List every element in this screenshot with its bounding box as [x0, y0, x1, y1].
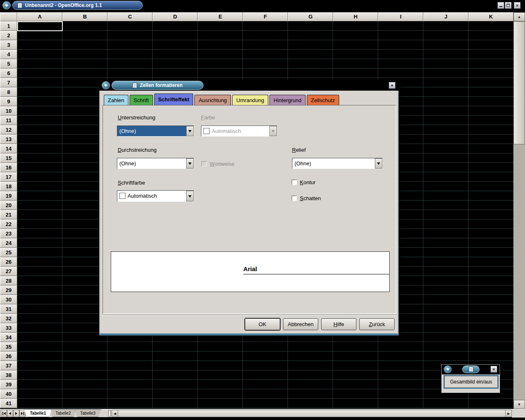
row-header-12[interactable]: 12	[0, 125, 17, 135]
sheet-tab-tabelle3[interactable]: Tabelle3	[75, 409, 101, 417]
tab-hintergrund[interactable]: Hintergrund	[269, 95, 306, 105]
row-header-25[interactable]: 25	[0, 248, 17, 257]
sheet-nav-prev-button[interactable]	[7, 410, 13, 417]
row-header-21[interactable]: 21	[0, 210, 17, 219]
row-header-18[interactable]: 18	[0, 182, 17, 191]
scroll-up-button[interactable]: ▲	[514, 12, 525, 21]
toolbox-close-button[interactable]: ×	[491, 366, 497, 372]
underline-select[interactable]: (Ohne)	[117, 126, 194, 137]
row-header-30[interactable]: 30	[0, 295, 17, 304]
zurck-button[interactable]: Zurück	[359, 318, 395, 330]
relief-select[interactable]: (Ohne)	[292, 158, 383, 169]
row-header-17[interactable]: 17	[0, 172, 17, 182]
toolbox-menu-button[interactable]	[444, 365, 452, 373]
fullscreen-toggle-button[interactable]: Gesamtbild ein/aus	[444, 376, 498, 388]
row-header-40[interactable]: 40	[0, 389, 17, 399]
row-header-4[interactable]: 4	[0, 50, 17, 59]
column-header-b[interactable]: B	[62, 12, 107, 21]
vertical-scrollbar-thumb[interactable]	[514, 21, 525, 144]
row-header-36[interactable]: 36	[0, 352, 17, 361]
row-header-19[interactable]: 19	[0, 191, 17, 201]
horizontal-scrollbar[interactable]: ◀ ▶	[112, 410, 512, 417]
relief-dropdown-button[interactable]	[375, 158, 382, 169]
column-header-a[interactable]: A	[17, 12, 62, 21]
select-all-corner[interactable]	[0, 12, 17, 21]
tab-ausrichtung[interactable]: Ausrichtung	[194, 95, 231, 105]
underline-dropdown-button[interactable]	[186, 126, 194, 136]
row-header-34[interactable]: 34	[0, 333, 17, 342]
window-menu-button[interactable]	[2, 1, 11, 9]
column-header-i[interactable]: I	[378, 12, 423, 21]
row-header-23[interactable]: 23	[0, 229, 17, 238]
row-header-6[interactable]: 6	[0, 68, 17, 78]
shadow-checkbox[interactable]: Schatten	[292, 195, 321, 201]
row-header-3[interactable]: 3	[0, 40, 17, 50]
column-header-j[interactable]: J	[423, 12, 468, 21]
row-header-33[interactable]: 33	[0, 323, 17, 333]
row-header-5[interactable]: 5	[0, 59, 17, 68]
ok-button[interactable]: OK	[245, 318, 280, 330]
minimize-button[interactable]	[498, 2, 504, 9]
dialog-menu-button[interactable]	[102, 81, 110, 89]
column-header-g[interactable]: G	[288, 12, 333, 21]
row-header-32[interactable]: 32	[0, 314, 17, 323]
row-header-22[interactable]: 22	[0, 219, 17, 229]
tab-umrandung[interactable]: Umrandung	[232, 95, 268, 105]
row-header-37[interactable]: 37	[0, 361, 17, 370]
row-header-39[interactable]: 39	[0, 380, 17, 389]
sheet-nav-next-button[interactable]	[13, 410, 19, 417]
tab-zellschutz[interactable]: Zellschutz	[307, 95, 339, 105]
sheet-nav-last-button[interactable]	[19, 410, 25, 417]
row-header-1[interactable]: 1	[0, 21, 17, 31]
sheet-tab-tabelle2[interactable]: Tabelle2	[50, 409, 76, 417]
row-header-7[interactable]: 7	[0, 78, 17, 87]
selected-cell[interactable]	[17, 21, 63, 31]
outline-checkbox[interactable]: Kontur	[292, 179, 315, 185]
row-header-20[interactable]: 20	[0, 201, 17, 210]
tab-schrifteffekt[interactable]: Schrifteffekt	[154, 94, 194, 105]
row-header-28[interactable]: 28	[0, 276, 17, 285]
row-header-15[interactable]: 15	[0, 153, 17, 163]
tab-scrollbar-splitter[interactable]	[108, 410, 111, 417]
row-header-26[interactable]: 26	[0, 257, 17, 267]
scroll-left-button[interactable]: ◀	[112, 410, 118, 417]
row-header-27[interactable]: 27	[0, 267, 17, 276]
column-header-d[interactable]: D	[153, 12, 198, 21]
row-header-13[interactable]: 13	[0, 135, 17, 144]
font-color-dropdown-button[interactable]	[186, 191, 194, 201]
strikethrough-select[interactable]: (Ohne)	[117, 158, 194, 169]
row-header-41[interactable]: 41	[0, 399, 17, 408]
maximize-button[interactable]	[505, 2, 511, 9]
abbrechen-button[interactable]: Abbrechen	[283, 318, 318, 330]
tab-zahlen[interactable]: Zahlen	[104, 95, 128, 105]
column-header-k[interactable]: K	[468, 12, 514, 21]
row-header-11[interactable]: 11	[0, 116, 17, 125]
row-header-38[interactable]: 38	[0, 370, 17, 380]
horizontal-scrollbar-thumb[interactable]	[118, 410, 505, 417]
column-header-e[interactable]: E	[198, 12, 243, 21]
row-header-9[interactable]: 9	[0, 97, 17, 106]
column-header-c[interactable]: C	[107, 12, 153, 21]
sheet-nav-first-button[interactable]	[1, 410, 7, 417]
row-header-10[interactable]: 10	[0, 106, 17, 116]
row-header-31[interactable]: 31	[0, 304, 17, 314]
row-header-35[interactable]: 35	[0, 342, 17, 352]
column-header-f[interactable]: F	[243, 12, 288, 21]
row-header-29[interactable]: 29	[0, 285, 17, 295]
vertical-scrollbar[interactable]: ▲ ▼	[514, 12, 525, 409]
font-color-select[interactable]: Automatisch	[117, 190, 194, 202]
sheet-tab-tabelle1[interactable]: Tabelle1	[24, 409, 52, 417]
scroll-down-button[interactable]: ▼	[514, 400, 525, 409]
column-header-h[interactable]: H	[333, 12, 378, 21]
dialog-close-button[interactable]: ×	[389, 82, 395, 89]
row-header-14[interactable]: 14	[0, 144, 17, 153]
row-header-24[interactable]: 24	[0, 238, 17, 248]
tab-schrift[interactable]: Schrift	[130, 95, 153, 105]
scroll-right-button[interactable]: ▶	[505, 410, 512, 417]
hilfe-button[interactable]: Hilfe	[321, 318, 356, 330]
row-header-2[interactable]: 2	[0, 31, 17, 40]
row-header-16[interactable]: 16	[0, 163, 17, 172]
row-header-8[interactable]: 8	[0, 87, 17, 97]
strikethrough-dropdown-button[interactable]	[186, 158, 194, 169]
close-button[interactable]: ×	[514, 2, 520, 9]
